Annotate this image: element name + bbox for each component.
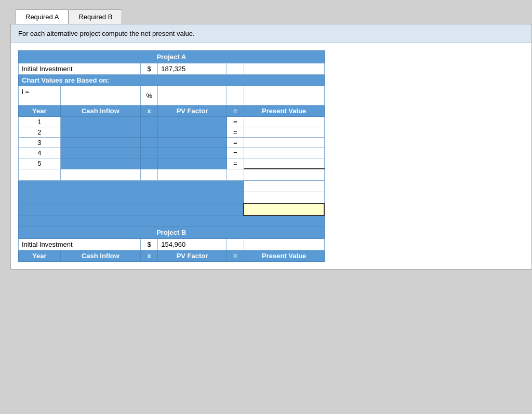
col-presentvalue-a: Present Value bbox=[262, 107, 306, 115]
table-row: 1 = bbox=[19, 117, 325, 127]
content-area: For each alternative project compute the… bbox=[10, 24, 532, 270]
equals-2: = bbox=[233, 128, 237, 136]
project-b-title: Project B bbox=[156, 229, 186, 236]
subtotal-1[interactable] bbox=[247, 182, 321, 190]
pv-factor-1[interactable] bbox=[161, 118, 223, 126]
year-3: 3 bbox=[37, 139, 41, 146]
pv-factor-3[interactable] bbox=[161, 139, 223, 146]
cash-inflow-4[interactable] bbox=[64, 149, 138, 157]
pv-factor-4[interactable] bbox=[161, 149, 223, 157]
table-row: 3 = bbox=[19, 138, 325, 148]
interest-rate-row: i = % bbox=[19, 86, 325, 105]
project-a-table: Project A Initial Investment $ bbox=[18, 50, 325, 262]
net-present-value-a[interactable] bbox=[247, 206, 321, 213]
table-row: 2 = bbox=[19, 127, 325, 138]
page-container: Required A Required B For each alternati… bbox=[5, 5, 532, 414]
col-x-b: x bbox=[148, 252, 151, 260]
chart-values-row: Chart Values are Based on: bbox=[19, 75, 325, 86]
dollar-sign-b: $ bbox=[148, 241, 151, 248]
spacer-row-1 bbox=[19, 181, 325, 192]
equals-3: = bbox=[233, 139, 237, 146]
tab-bar: Required A Required B bbox=[5, 5, 532, 24]
project-a-title: Project A bbox=[156, 53, 186, 61]
table-row: 4 = bbox=[19, 148, 325, 158]
equals-4: = bbox=[233, 149, 237, 157]
subtotal-2[interactable] bbox=[247, 194, 321, 202]
spacer-row-2 bbox=[19, 192, 325, 204]
present-value-5[interactable] bbox=[247, 159, 321, 167]
col-presentvalue-b: Present Value bbox=[262, 252, 306, 260]
year-5: 5 bbox=[37, 159, 41, 167]
col-eq-a: = bbox=[233, 107, 237, 115]
initial-investment-label-a: Initial Investment bbox=[22, 65, 73, 73]
year-2: 2 bbox=[37, 128, 41, 136]
main-content: Project A Initial Investment $ bbox=[11, 43, 531, 269]
project-b-title-row: Project B bbox=[19, 226, 325, 238]
year-4: 4 bbox=[37, 149, 41, 157]
percent-label: % bbox=[146, 92, 152, 100]
pv-factor-2[interactable] bbox=[161, 128, 223, 136]
initial-investment-label-b: Initial Investment bbox=[22, 241, 73, 248]
present-value-3[interactable] bbox=[247, 139, 321, 146]
cash-inflow-2[interactable] bbox=[64, 128, 138, 136]
column-header-row-a: Year Cash Inflow x PV Factor = bbox=[19, 105, 325, 117]
pv-factor-5[interactable] bbox=[161, 159, 223, 167]
col-cashinflow-b: Cash Inflow bbox=[82, 252, 119, 260]
tab-required-a[interactable]: Required A bbox=[16, 9, 69, 24]
column-header-row-b: Year Cash Inflow x PV Factor = bbox=[19, 250, 325, 261]
chart-values-label: Chart Values are Based on: bbox=[22, 76, 109, 84]
col-pvfactor-a: PV Factor bbox=[177, 107, 208, 115]
sum-row bbox=[19, 169, 325, 181]
interest-rate-input[interactable] bbox=[22, 96, 53, 103]
tab-required-b[interactable]: Required B bbox=[69, 9, 122, 24]
initial-investment-value-b[interactable] bbox=[161, 241, 223, 248]
col-year-b: Year bbox=[32, 252, 46, 260]
present-value-1[interactable] bbox=[247, 118, 321, 126]
instruction-text: For each alternative project compute the… bbox=[18, 30, 195, 37]
table-row: 5 = bbox=[19, 158, 325, 169]
spacer-row-4 bbox=[19, 216, 325, 226]
sum-present-value[interactable] bbox=[247, 171, 321, 179]
present-value-2[interactable] bbox=[247, 128, 321, 136]
project-a-title-row: Project A bbox=[19, 51, 325, 63]
initial-investment-value-a[interactable] bbox=[161, 65, 223, 73]
year-1: 1 bbox=[37, 118, 41, 126]
i-label: i = bbox=[22, 88, 29, 96]
col-pvfactor-b: PV Factor bbox=[177, 252, 208, 260]
cash-inflow-3[interactable] bbox=[64, 139, 138, 146]
initial-investment-row-a: Initial Investment $ bbox=[19, 63, 325, 75]
initial-investment-row-b: Initial Investment $ bbox=[19, 238, 325, 250]
col-x-a: x bbox=[148, 107, 151, 115]
cash-inflow-1[interactable] bbox=[64, 118, 138, 126]
col-year-a: Year bbox=[32, 107, 46, 115]
instruction-bar: For each alternative project compute the… bbox=[11, 24, 531, 43]
col-eq-b: = bbox=[233, 252, 237, 260]
spacer-row-3 bbox=[19, 204, 325, 216]
dollar-sign-a: $ bbox=[148, 65, 151, 73]
equals-1: = bbox=[233, 118, 237, 126]
cash-inflow-5[interactable] bbox=[64, 159, 138, 167]
col-cashinflow-a: Cash Inflow bbox=[82, 107, 119, 115]
equals-5: = bbox=[233, 159, 237, 167]
present-value-4[interactable] bbox=[247, 149, 321, 157]
